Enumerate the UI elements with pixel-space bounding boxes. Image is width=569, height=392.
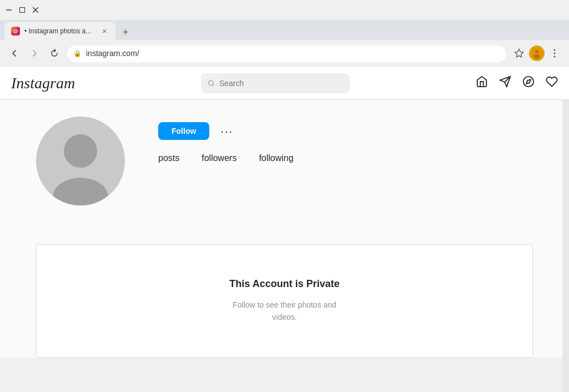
private-account-title: This Account is Private — [48, 278, 521, 290]
tab-favicon: @ — [11, 27, 20, 36]
avatar — [36, 117, 125, 205]
profile-section: Follow ··· posts followers following — [25, 100, 544, 244]
scrollbar[interactable] — [562, 67, 569, 392]
title-bar — [0, 0, 569, 20]
followers-label: followers — [202, 153, 236, 163]
new-tab-button[interactable]: + — [118, 24, 133, 40]
url-bar[interactable]: 🔒 instagram.com/ — [67, 44, 507, 62]
back-button[interactable] — [7, 46, 22, 61]
bookmark-star-icon[interactable] — [511, 46, 527, 61]
search-icon — [208, 79, 215, 87]
search-input[interactable] — [219, 79, 343, 88]
follow-button[interactable]: Follow — [158, 122, 209, 140]
following-stat[interactable]: following — [259, 153, 293, 163]
search-box[interactable] — [201, 73, 350, 93]
nav-icons — [476, 76, 558, 91]
tab-close-button[interactable]: × — [100, 27, 109, 36]
avatar-image — [36, 117, 125, 205]
active-tab[interactable]: @ • Instagram photos a... × — [4, 22, 115, 40]
tab-bar: @ • Instagram photos a... × + — [0, 20, 569, 40]
forward-button[interactable] — [27, 46, 42, 61]
page-content-area: Instagram — [0, 67, 569, 392]
compass-icon[interactable] — [522, 76, 535, 91]
reload-button[interactable] — [47, 46, 62, 61]
security-lock-icon: 🔒 — [73, 49, 82, 57]
svg-point-16 — [64, 134, 97, 168]
svg-point-5 — [535, 50, 538, 53]
avatar-container — [36, 117, 125, 205]
minimize-button[interactable] — [4, 6, 13, 14]
heart-icon[interactable] — [546, 76, 558, 91]
home-icon[interactable] — [476, 76, 488, 91]
profile-info: Follow ··· posts followers following — [158, 117, 533, 163]
instagram-logo: Instagram — [11, 74, 75, 92]
more-options-button[interactable]: ··· — [218, 123, 235, 140]
posts-stat[interactable]: posts — [158, 153, 179, 163]
following-label: following — [259, 153, 293, 163]
browser-menu-icon[interactable] — [547, 46, 562, 61]
toolbar-icons — [511, 46, 562, 61]
address-bar: 🔒 instagram.com/ — [0, 40, 569, 67]
private-account-description: Follow to see their photos andvideos. — [48, 299, 521, 324]
svg-rect-1 — [20, 8, 25, 13]
private-account-box: This Account is Private Follow to see th… — [36, 244, 533, 358]
profile-actions: Follow ··· — [158, 122, 533, 140]
svg-point-13 — [523, 76, 533, 86]
followers-stat[interactable]: followers — [202, 153, 236, 163]
profile-avatar-button[interactable] — [529, 46, 545, 61]
svg-point-7 — [554, 49, 556, 51]
profile-top: Follow ··· posts followers following — [36, 117, 533, 205]
send-icon[interactable] — [499, 76, 511, 91]
instagram-header: Instagram — [0, 67, 569, 100]
profile-stats: posts followers following — [158, 153, 533, 163]
svg-point-8 — [554, 53, 556, 54]
svg-point-6 — [533, 54, 540, 59]
browser-window: @ • Instagram photos a... × + 🔒 instagra… — [0, 0, 569, 392]
maximize-button[interactable] — [18, 6, 27, 14]
private-account-section: This Account is Private Follow to see th… — [25, 244, 544, 358]
tab-title: • Instagram photos a... — [24, 27, 95, 35]
posts-label: posts — [158, 153, 179, 163]
svg-point-9 — [554, 56, 556, 58]
url-text: instagram.com/ — [86, 49, 139, 58]
instagram-page: Instagram — [0, 67, 569, 358]
window-controls — [4, 6, 40, 14]
svg-marker-14 — [526, 79, 531, 84]
close-button[interactable] — [31, 6, 40, 14]
